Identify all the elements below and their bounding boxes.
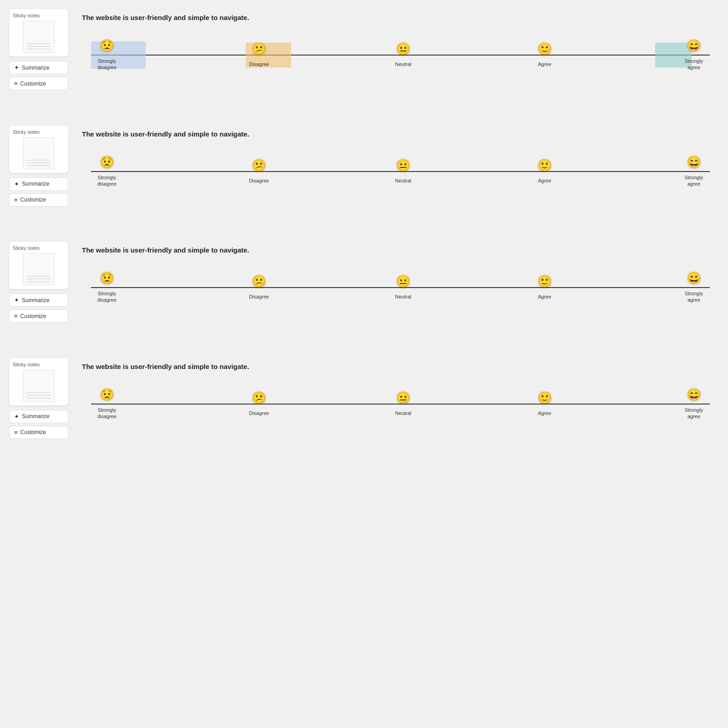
likert-point-3[interactable]: 🙂Agree xyxy=(537,392,552,416)
spark-icon: ✦ xyxy=(14,297,19,303)
customize-label: Customize xyxy=(20,81,46,87)
summarize-label: Summarize xyxy=(22,297,50,303)
spark-icon: ✦ xyxy=(14,413,19,420)
sticky-notes-card: Sticky notes xyxy=(9,242,68,289)
likert-point-0[interactable]: 😟Strongly disagree xyxy=(91,156,123,187)
emoji-face: 😟 xyxy=(100,156,114,168)
likert-point-label: Agree xyxy=(538,177,551,184)
likert-point-0[interactable]: 😟Strongly disagree xyxy=(91,40,123,71)
emoji-face: 😕 xyxy=(252,392,266,404)
spark-icon: ✦ xyxy=(14,181,19,187)
likert-point-2[interactable]: 😐Neutral xyxy=(395,43,411,67)
emoji-face: 😕 xyxy=(252,43,266,55)
summarize-label: Summarize xyxy=(22,65,50,71)
likert-point-0[interactable]: 😟Strongly disagree xyxy=(91,389,123,420)
likert-point-2[interactable]: 😐Neutral xyxy=(395,392,411,416)
survey-block-2: Sticky notes✦Summarize≡CustomizeThe webs… xyxy=(9,126,719,215)
customize-button[interactable]: ≡Customize xyxy=(9,193,68,207)
customize-button[interactable]: ≡Customize xyxy=(9,309,68,323)
likert-point-4[interactable]: 😄Strongly agree xyxy=(678,40,710,71)
likert-point-label: Strongly agree xyxy=(678,174,710,187)
likert-scale-wrapper: 😟Strongly disagree😕Disagree😐Neutral🙂Agre… xyxy=(82,389,719,420)
emoji-face: 😕 xyxy=(252,275,266,287)
likert-point-label: Strongly agree xyxy=(678,58,710,71)
likert-point-label: Strongly disagree xyxy=(91,174,123,187)
survey-block-3: Sticky notes✦Summarize≡CustomizeThe webs… xyxy=(9,242,719,331)
sticky-note-visual xyxy=(23,370,55,402)
likert-scale: 😟Strongly disagree😕Disagree😐Neutral🙂Agre… xyxy=(82,156,719,187)
likert-scale-wrapper: 😟Strongly disagree😕Disagree😐Neutral🙂Agre… xyxy=(82,40,719,71)
sticky-notes-label: Sticky notes xyxy=(13,129,65,135)
customize-button[interactable]: ≡Customize xyxy=(9,426,68,439)
likert-point-1[interactable]: 😕Disagree xyxy=(249,43,269,67)
summarize-button[interactable]: ✦Summarize xyxy=(9,410,68,423)
likert-point-1[interactable]: 😕Disagree xyxy=(249,392,269,416)
sliders-icon: ≡ xyxy=(14,80,18,87)
summarize-button[interactable]: ✦Summarize xyxy=(9,177,68,191)
customize-button[interactable]: ≡Customize xyxy=(9,77,68,90)
survey-content: The website is user-friendly and simple … xyxy=(82,126,719,215)
likert-point-label: Agree xyxy=(538,293,551,300)
likert-point-label: Neutral xyxy=(395,410,411,416)
emoji-face: 🙂 xyxy=(537,159,552,171)
likert-point-label: Strongly disagree xyxy=(91,290,123,303)
survey-content: The website is user-friendly and simple … xyxy=(82,358,719,447)
survey-question: The website is user-friendly and simple … xyxy=(82,14,719,21)
emoji-face: 😐 xyxy=(396,159,410,171)
emoji-face: 🙂 xyxy=(537,392,552,404)
likert-point-3[interactable]: 🙂Agree xyxy=(537,159,552,184)
sticky-notes-label: Sticky notes xyxy=(13,13,65,18)
likert-point-label: Neutral xyxy=(395,293,411,300)
likert-point-label: Disagree xyxy=(249,177,269,184)
sidebar: Sticky notes✦Summarize≡Customize xyxy=(9,9,68,93)
customize-label: Customize xyxy=(20,429,46,435)
likert-point-label: Disagree xyxy=(249,410,269,416)
survey-question: The website is user-friendly and simple … xyxy=(82,246,719,254)
likert-scale: 😟Strongly disagree😕Disagree😐Neutral🙂Agre… xyxy=(82,40,719,71)
likert-point-label: Strongly disagree xyxy=(91,58,123,71)
summarize-label: Summarize xyxy=(22,181,50,187)
likert-point-0[interactable]: 😟Strongly disagree xyxy=(91,272,123,303)
likert-scale-wrapper: 😟Strongly disagree😕Disagree😐Neutral🙂Agre… xyxy=(82,156,719,187)
likert-point-label: Agree xyxy=(538,410,551,416)
customize-label: Customize xyxy=(20,313,46,319)
likert-scale-wrapper: 😟Strongly disagree😕Disagree😐Neutral🙂Agre… xyxy=(82,272,719,303)
emoji-face: 😟 xyxy=(100,389,114,400)
sliders-icon: ≡ xyxy=(14,429,18,436)
likert-point-4[interactable]: 😄Strongly agree xyxy=(678,389,710,420)
summarize-button[interactable]: ✦Summarize xyxy=(9,293,68,307)
likert-point-3[interactable]: 🙂Agree xyxy=(537,275,552,300)
summarize-label: Summarize xyxy=(22,413,50,420)
sidebar: Sticky notes✦Summarize≡Customize xyxy=(9,242,68,325)
emoji-face: 😐 xyxy=(396,392,410,404)
likert-point-label: Strongly agree xyxy=(678,290,710,303)
likert-point-2[interactable]: 😐Neutral xyxy=(395,159,411,184)
likert-point-4[interactable]: 😄Strongly agree xyxy=(678,156,710,187)
summarize-button[interactable]: ✦Summarize xyxy=(9,61,68,74)
emoji-face: 😄 xyxy=(687,389,701,400)
survey-content: The website is user-friendly and simple … xyxy=(82,242,719,331)
customize-label: Customize xyxy=(20,197,46,203)
survey-question: The website is user-friendly and simple … xyxy=(82,130,719,138)
survey-question: The website is user-friendly and simple … xyxy=(82,363,719,370)
likert-point-label: Agree xyxy=(538,61,551,67)
sticky-notes-label: Sticky notes xyxy=(13,362,65,367)
sliders-icon: ≡ xyxy=(14,313,18,319)
sticky-note-visual xyxy=(23,21,55,53)
likert-scale: 😟Strongly disagree😕Disagree😐Neutral🙂Agre… xyxy=(82,272,719,303)
survey-block-4: Sticky notes✦Summarize≡CustomizeThe webs… xyxy=(9,358,719,447)
sticky-note-visual xyxy=(23,137,55,169)
emoji-face: 😟 xyxy=(100,272,114,284)
likert-point-4[interactable]: 😄Strongly agree xyxy=(678,272,710,303)
likert-point-1[interactable]: 😕Disagree xyxy=(249,275,269,300)
sticky-notes-label: Sticky notes xyxy=(13,245,65,251)
sticky-notes-card: Sticky notes xyxy=(9,126,68,173)
survey-content: The website is user-friendly and simple … xyxy=(82,9,719,98)
likert-point-3[interactable]: 🙂Agree xyxy=(537,43,552,67)
spark-icon: ✦ xyxy=(14,64,19,71)
emoji-face: 😟 xyxy=(100,40,114,51)
likert-point-1[interactable]: 😕Disagree xyxy=(249,159,269,184)
emoji-face: 😐 xyxy=(396,275,410,287)
sticky-notes-card: Sticky notes xyxy=(9,358,68,405)
likert-point-2[interactable]: 😐Neutral xyxy=(395,275,411,300)
